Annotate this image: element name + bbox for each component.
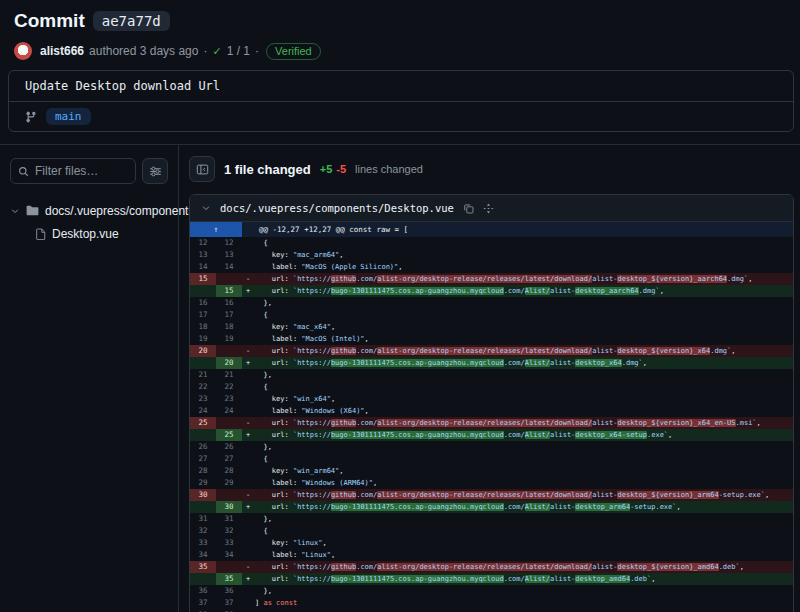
old-line-number[interactable]: 35 <box>190 561 216 573</box>
code-segment: url: <box>255 347 293 355</box>
new-line-number[interactable]: 28 <box>216 465 242 477</box>
sidebar-tree-item-desktop-vue[interactable]: Desktop.vue <box>10 222 168 245</box>
new-line-number[interactable]: 31 <box>216 513 242 525</box>
code-segment: alist- <box>592 563 617 571</box>
branch-label[interactable]: main <box>46 108 91 125</box>
old-line-number[interactable]: 31 <box>190 513 216 525</box>
word-diff-highlight: github <box>331 347 356 355</box>
unfold-icon[interactable] <box>483 203 494 214</box>
code-segment: `https:// <box>293 347 331 355</box>
old-line-number[interactable]: 15 <box>190 273 216 285</box>
code-segment: .dmg` <box>639 287 660 295</box>
old-line-number[interactable]: 37 <box>190 597 216 609</box>
old-line-number[interactable]: 13 <box>190 249 216 261</box>
code-segment: `https:// <box>293 419 331 427</box>
chevron-down-icon[interactable] <box>201 203 211 213</box>
new-line-number[interactable]: 16 <box>216 297 242 309</box>
new-line-number[interactable]: 32 <box>216 525 242 537</box>
old-line-number[interactable] <box>190 501 216 513</box>
new-line-number[interactable]: 34 <box>216 549 242 561</box>
new-line-number[interactable]: 22 <box>216 381 242 393</box>
new-line-number[interactable]: 30 <box>216 501 242 513</box>
old-line-number[interactable] <box>190 285 216 297</box>
old-line-number[interactable]: 30 <box>190 489 216 501</box>
new-line-number[interactable]: 26 <box>216 441 242 453</box>
old-line-number[interactable]: 29 <box>190 477 216 489</box>
old-line-number[interactable]: 36 <box>190 585 216 597</box>
old-line-number[interactable]: 28 <box>190 465 216 477</box>
new-line-number[interactable]: 23 <box>216 393 242 405</box>
new-line-number[interactable] <box>216 345 242 357</box>
code-segment: "Windows (X64)" <box>301 407 364 415</box>
code-segment: label: <box>255 479 301 487</box>
new-line-number[interactable]: 35 <box>216 573 242 585</box>
new-line-number[interactable]: 20 <box>216 357 242 369</box>
file-path[interactable]: docs/.vuepress/components/Desktop.vue <box>220 202 454 214</box>
new-line-number[interactable]: 27 <box>216 453 242 465</box>
new-line-number[interactable]: 14 <box>216 261 242 273</box>
old-line-number[interactable]: 21 <box>190 369 216 381</box>
author-link[interactable]: alist666 <box>40 44 84 58</box>
diff-line-context: 2222 { <box>190 381 793 393</box>
code-line-content: }, <box>242 585 793 597</box>
old-line-number[interactable]: 20 <box>190 345 216 357</box>
old-line-number[interactable]: 33 <box>190 537 216 549</box>
old-line-number[interactable]: 32 <box>190 525 216 537</box>
new-line-number[interactable]: 24 <box>216 405 242 417</box>
new-line-number[interactable]: 19 <box>216 333 242 345</box>
avatar[interactable] <box>14 42 32 60</box>
new-line-number[interactable]: 21 <box>216 369 242 381</box>
expand-up-button[interactable]: ↑ <box>190 222 242 237</box>
code-segment: label: <box>255 407 301 415</box>
new-line-number[interactable] <box>216 273 242 285</box>
chevron-down-icon[interactable] <box>10 206 20 216</box>
code-segment: as const <box>263 599 297 607</box>
old-line-number[interactable]: 27 <box>190 453 216 465</box>
new-line-number[interactable]: 15 <box>216 285 242 297</box>
diff-line-context: 1616 }, <box>190 297 793 309</box>
old-line-number[interactable]: 23 <box>190 393 216 405</box>
new-line-number[interactable]: 36 <box>216 585 242 597</box>
old-line-number[interactable] <box>190 573 216 585</box>
checks-status[interactable]: 1 / 1 <box>227 44 250 58</box>
filter-files-input[interactable] <box>35 164 128 178</box>
code-segment: }, <box>255 587 272 595</box>
new-line-number[interactable] <box>216 489 242 501</box>
new-line-number[interactable]: 12 <box>216 237 242 249</box>
old-line-number[interactable]: 12 <box>190 237 216 249</box>
new-line-number[interactable] <box>216 417 242 429</box>
new-line-number[interactable]: 25 <box>216 429 242 441</box>
new-line-number[interactable] <box>216 561 242 573</box>
copy-icon[interactable] <box>463 203 474 214</box>
file-filter-options-button[interactable] <box>142 158 168 184</box>
code-segment: .com/ <box>504 431 525 439</box>
new-line-number[interactable]: 29 <box>216 477 242 489</box>
word-diff-highlight: Alist/ <box>525 359 550 367</box>
new-line-number[interactable]: 18 <box>216 321 242 333</box>
sidebar-tree-item-docs-vuepress-components[interactable]: docs/.vuepress/components <box>10 199 168 222</box>
code-line-content: + url: `https://bugo-1301111475.cos.ap-g… <box>242 501 793 513</box>
old-line-number[interactable] <box>190 429 216 441</box>
commit-meta: alist666 authored 3 days ago · ✓ 1 / 1 ·… <box>14 42 784 60</box>
code-line-content: label: "MacOS (Apple Silicon)", <box>242 261 793 273</box>
old-line-number[interactable]: 19 <box>190 333 216 345</box>
collapse-sidebar-button[interactable] <box>189 156 215 182</box>
old-line-number[interactable] <box>190 357 216 369</box>
new-line-number[interactable]: 37 <box>216 597 242 609</box>
old-line-number[interactable]: 25 <box>190 417 216 429</box>
diff-line-added: 35+ url: `https://bugo-1301111475.cos.ap… <box>190 573 793 585</box>
verified-badge[interactable]: Verified <box>266 43 321 60</box>
old-line-number[interactable]: 24 <box>190 405 216 417</box>
old-line-number[interactable]: 14 <box>190 261 216 273</box>
code-segment: { <box>255 311 268 319</box>
old-line-number[interactable]: 17 <box>190 309 216 321</box>
new-line-number[interactable]: 33 <box>216 537 242 549</box>
diff-sign: - <box>242 417 255 429</box>
old-line-number[interactable]: 16 <box>190 297 216 309</box>
old-line-number[interactable]: 22 <box>190 381 216 393</box>
old-line-number[interactable]: 34 <box>190 549 216 561</box>
new-line-number[interactable]: 13 <box>216 249 242 261</box>
old-line-number[interactable]: 18 <box>190 321 216 333</box>
old-line-number[interactable]: 26 <box>190 441 216 453</box>
new-line-number[interactable]: 17 <box>216 309 242 321</box>
